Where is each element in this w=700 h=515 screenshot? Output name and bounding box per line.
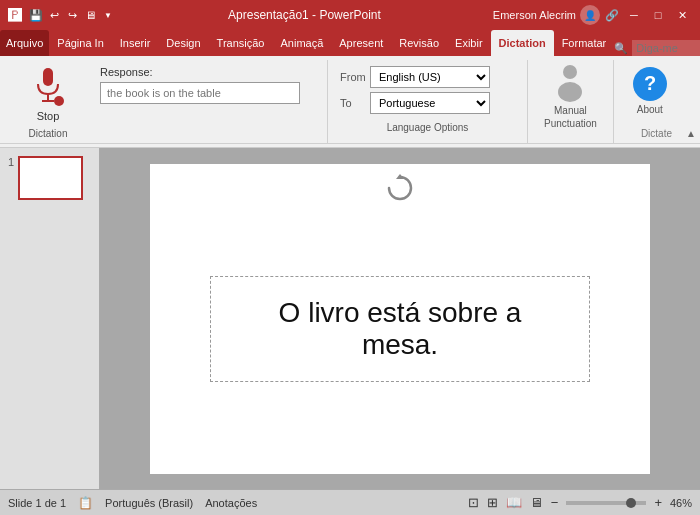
title-bar: 🅿 💾 ↩ ↪ 🖥 ▼ Apresentação1 - PowerPoint E… <box>0 0 700 30</box>
circular-arrow-icon <box>386 174 414 202</box>
manual-punctuation-label: Manual Punctuation <box>544 104 597 130</box>
stop-label: Stop <box>37 110 60 122</box>
slide-thumbnail-wrapper: 1 <box>8 156 91 200</box>
title-bar-right: Emerson Alecrim 👤 🔗 ─ □ ✕ <box>493 5 692 25</box>
zoom-slider[interactable] <box>566 501 646 505</box>
about-label: About <box>637 104 663 115</box>
about-icon: ? <box>630 64 670 104</box>
zoom-level[interactable]: 46% <box>670 497 692 509</box>
redo-icon[interactable]: ↪ <box>64 7 80 23</box>
tab-design[interactable]: Design <box>158 30 208 56</box>
main-area: 1 O livro <box>0 148 700 489</box>
text-box[interactable]: O livro está sobre a mesa. <box>210 276 590 382</box>
quick-access-toolbar: 💾 ↩ ↪ 🖥 ▼ <box>28 7 116 23</box>
share-icon[interactable]: 🔗 <box>604 7 620 23</box>
slide-canvas: O livro está sobre a mesa. <box>100 148 700 489</box>
slide-dictation-icon <box>386 174 414 208</box>
stop-button[interactable]: Stop <box>22 60 74 126</box>
tab-animacao[interactable]: Animaçã <box>272 30 331 56</box>
language-section-label: Language Options <box>340 122 515 137</box>
slide-number: 1 <box>8 156 14 168</box>
status-left: Slide 1 de 1 📋 Português (Brasil) Anotaç… <box>8 496 257 510</box>
search-input[interactable] <box>632 40 700 56</box>
to-language-row: To Portuguese <box>340 92 515 114</box>
user-avatar-icon[interactable]: 👤 <box>580 5 600 25</box>
close-button[interactable]: ✕ <box>672 5 692 25</box>
window-title: Apresentação1 - PowerPoint <box>116 8 493 22</box>
tab-pagina-ir[interactable]: Página In <box>49 30 111 56</box>
from-language-select[interactable]: English (US) <box>370 66 490 88</box>
notes-icon: 📋 <box>78 496 93 510</box>
svg-point-3 <box>563 65 577 79</box>
person-icon <box>552 64 588 104</box>
tab-arquivo[interactable]: Arquivo <box>0 30 49 56</box>
maximize-button[interactable]: □ <box>648 5 668 25</box>
language-section: From English (US) To Portuguese Language… <box>328 60 528 143</box>
zoom-thumb[interactable] <box>626 498 636 508</box>
minimize-button[interactable]: ─ <box>624 5 644 25</box>
title-bar-left: 🅿 💾 ↩ ↪ 🖥 ▼ <box>8 7 116 23</box>
search-icon: 🔍 <box>614 42 628 55</box>
response-section: Response: <box>88 60 328 143</box>
search-area: 🔍 <box>614 40 700 56</box>
normal-view-icon[interactable]: ⊡ <box>468 495 479 510</box>
tab-revisao[interactable]: Revisão <box>391 30 447 56</box>
tab-dictation[interactable]: Dictation <box>491 30 554 56</box>
zoom-out-icon[interactable]: − <box>551 495 559 510</box>
from-label: From <box>340 71 364 83</box>
language-info[interactable]: Português (Brasil) <box>105 497 193 509</box>
dictation-section-label: Dictation <box>29 128 68 143</box>
dictation-section: Stop Dictation <box>8 60 88 143</box>
question-circle-icon: ? <box>632 66 668 102</box>
slide-thumbnail[interactable] <box>18 156 83 200</box>
status-bar: Slide 1 de 1 📋 Português (Brasil) Anotaç… <box>0 489 700 515</box>
collapse-button[interactable]: ▲ <box>686 128 696 139</box>
slide-sorter-icon[interactable]: ⊞ <box>487 495 498 510</box>
response-label: Response: <box>100 66 315 78</box>
to-label: To <box>340 97 364 109</box>
to-language-select[interactable]: Portuguese <box>370 92 490 114</box>
reading-view-icon[interactable]: 📖 <box>506 495 522 510</box>
tab-apresent[interactable]: Apresent <box>331 30 391 56</box>
from-language-row: From English (US) <box>340 66 515 88</box>
customize-icon[interactable]: 🖥 <box>82 7 98 23</box>
status-right: ⊡ ⊞ 📖 🖥 − + 46% <box>468 495 692 510</box>
slide-panel: 1 <box>0 148 100 489</box>
tab-inserir[interactable]: Inserir <box>112 30 159 56</box>
recording-dot <box>54 96 64 106</box>
response-input[interactable] <box>100 82 300 104</box>
dictate-section-label: Dictate <box>641 128 672 139</box>
manual-punctuation-section[interactable]: Manual Punctuation <box>528 60 614 143</box>
slide-text-content: O livro está sobre a mesa. <box>251 297 549 361</box>
svg-rect-0 <box>43 68 53 86</box>
ribbon-content: Stop Dictation Response: From English (U… <box>0 56 700 144</box>
tab-exibir[interactable]: Exibir <box>447 30 491 56</box>
presenter-view-icon[interactable]: 🖥 <box>530 495 543 510</box>
tab-transicao[interactable]: Transição <box>209 30 273 56</box>
svg-point-4 <box>558 82 582 102</box>
slide-info: Slide 1 de 1 <box>8 497 66 509</box>
notes-button[interactable]: Anotações <box>205 497 257 509</box>
save-icon[interactable]: 💾 <box>28 7 44 23</box>
dropdown-icon[interactable]: ▼ <box>100 7 116 23</box>
ribbon-tabs-row: Arquivo Página In Inserir Design Transiç… <box>0 30 700 56</box>
zoom-in-icon[interactable]: + <box>654 495 662 510</box>
undo-icon[interactable]: ↩ <box>46 7 62 23</box>
powerpoint-icon: 🅿 <box>8 7 22 23</box>
user-name: Emerson Alecrim <box>493 9 576 21</box>
tab-formatar[interactable]: Formatar <box>554 30 615 56</box>
slide[interactable]: O livro está sobre a mesa. <box>150 164 650 474</box>
svg-text:?: ? <box>644 72 656 94</box>
manual-punctuation-icon <box>550 64 590 104</box>
